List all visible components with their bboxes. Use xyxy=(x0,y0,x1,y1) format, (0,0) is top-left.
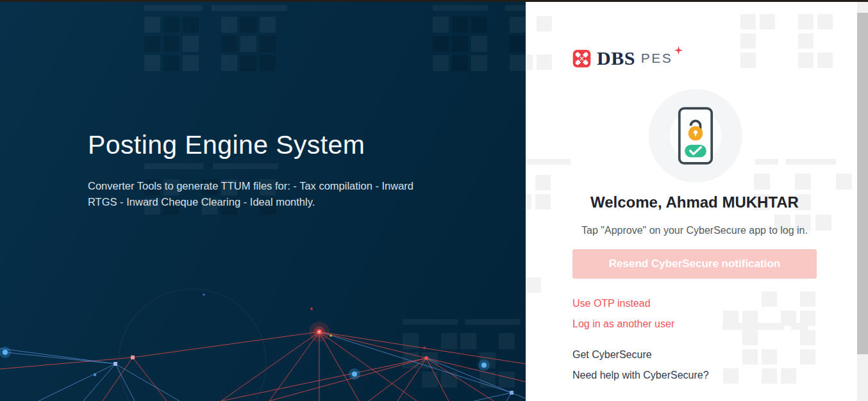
decorative-square xyxy=(163,55,179,71)
decorative-square xyxy=(183,36,199,52)
decorative-square xyxy=(742,311,758,326)
decorative-square xyxy=(836,174,852,190)
decorative-square xyxy=(800,330,815,345)
dbs-logo-mark-icon xyxy=(572,49,591,68)
decorative-bar xyxy=(526,159,571,165)
cybersecure-approve-illustration xyxy=(649,89,742,183)
decorative-square xyxy=(754,174,770,190)
decorative-square xyxy=(240,36,256,52)
decorative-square xyxy=(537,54,552,70)
login-another-user-link[interactable]: Log in as another user xyxy=(572,318,674,330)
resend-cybersecure-notification-button[interactable]: Resend CyberSecure notification xyxy=(572,249,817,279)
decorative-square xyxy=(762,291,777,307)
decorative-square xyxy=(740,33,756,49)
welcome-heading: Welcome, Ahmad MUKHTAR xyxy=(572,193,817,211)
decorative-square xyxy=(260,55,276,71)
decorative-square xyxy=(742,330,758,345)
decorative-square xyxy=(471,55,487,71)
decorative-square xyxy=(742,349,758,364)
decorative-square xyxy=(144,55,160,71)
brand-product: PES xyxy=(641,51,673,66)
get-cybersecure-link[interactable]: Get CyberSecure xyxy=(572,349,652,361)
left-panel: Posting Engine System Converter Tools to… xyxy=(0,0,526,401)
decorative-square xyxy=(433,36,449,52)
scrollbar-thumb[interactable] xyxy=(857,13,868,354)
decorative-square xyxy=(163,36,179,52)
decorative-square xyxy=(817,53,833,68)
decorative-square xyxy=(526,194,531,209)
decorative-bar xyxy=(433,5,488,11)
decorative-square xyxy=(471,17,487,33)
decorative-square xyxy=(260,36,276,52)
decorative-square xyxy=(526,54,533,70)
decorative-bar xyxy=(212,5,287,11)
decorative-square xyxy=(537,16,552,31)
decorative-square xyxy=(452,17,468,33)
page-title: Posting Engine System xyxy=(88,130,447,160)
decorative-square xyxy=(535,175,551,190)
decorative-square xyxy=(800,349,815,364)
decorative-square xyxy=(798,53,814,68)
decorative-square xyxy=(740,53,756,68)
decorative-square xyxy=(144,36,160,52)
decorative-square xyxy=(781,311,796,326)
decorative-square xyxy=(798,33,814,49)
decorative-square xyxy=(762,368,777,384)
sparkle-icon xyxy=(674,46,683,54)
decorative-square xyxy=(452,36,468,52)
decorative-square xyxy=(221,36,237,52)
decorative-square xyxy=(240,55,256,71)
decorative-square xyxy=(510,17,526,33)
decorative-square xyxy=(144,17,160,33)
need-help-cybersecure-link[interactable]: Need help with CyberSecure? xyxy=(572,370,709,381)
decorative-square xyxy=(800,311,815,326)
decorative-square xyxy=(535,194,551,209)
decorative-square xyxy=(471,36,487,52)
login-instruction: Tap "Approve" on your CyberSecure app to… xyxy=(564,225,825,236)
decorative-bar xyxy=(786,159,836,165)
decorative-square xyxy=(723,368,739,384)
decorative-square xyxy=(183,17,199,33)
decorative-square xyxy=(723,311,739,326)
use-otp-link[interactable]: Use OTP instead xyxy=(572,298,651,309)
decorative-square xyxy=(762,349,777,364)
decorative-square xyxy=(526,277,541,293)
decorative-square xyxy=(433,55,449,71)
decorative-square xyxy=(740,14,756,29)
decorative-square xyxy=(798,14,814,29)
decorative-square xyxy=(760,14,775,29)
decorative-square xyxy=(800,291,815,307)
decorative-square xyxy=(183,55,199,71)
decorative-bar xyxy=(755,159,778,165)
right-panel: DBS PES Welcome, Ahmad MUKHTAR Tap "Appr… xyxy=(526,0,857,401)
decorative-square xyxy=(240,17,256,33)
window-top-edge xyxy=(0,0,868,2)
decorative-square xyxy=(260,17,276,33)
decorative-square xyxy=(795,174,811,190)
decorative-square xyxy=(163,17,179,33)
brand-name: DBS xyxy=(597,47,635,69)
decorative-square xyxy=(221,17,237,33)
phone-lock-check-icon xyxy=(678,106,714,165)
page-subtitle: Converter Tools to generate TTUM files f… xyxy=(88,178,439,210)
vertical-scrollbar[interactable] xyxy=(857,0,868,401)
dbs-pes-logo: DBS PES xyxy=(572,47,681,69)
decorative-square xyxy=(452,55,468,71)
decorative-bar xyxy=(505,5,526,11)
decorative-square xyxy=(221,55,237,71)
network-constellation-graphic xyxy=(0,279,526,401)
decorative-square xyxy=(817,14,833,29)
decorative-bar xyxy=(144,5,202,11)
decorative-square xyxy=(433,17,449,33)
decorative-square xyxy=(510,55,526,71)
login-screen: Posting Engine System Converter Tools to… xyxy=(0,0,868,401)
decorative-square xyxy=(781,368,796,384)
decorative-square xyxy=(510,36,526,52)
